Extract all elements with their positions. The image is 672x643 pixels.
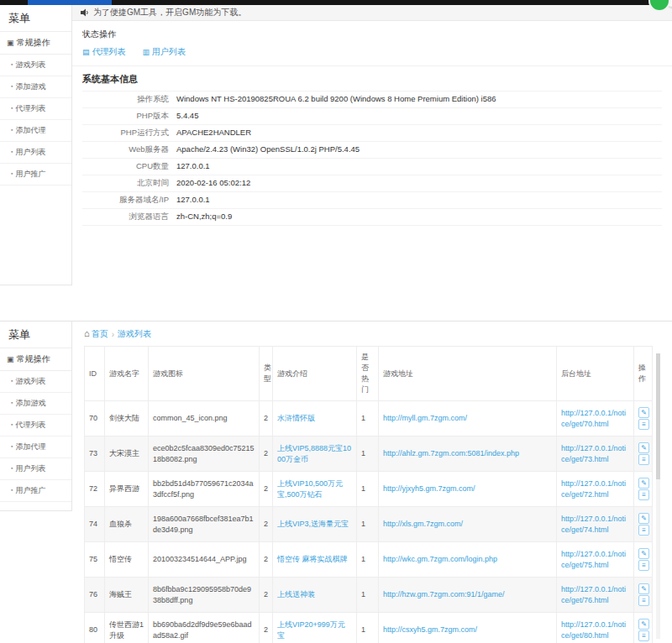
- col-header-type: 类型: [260, 347, 273, 401]
- breadcrumb-home[interactable]: ⌂首页: [84, 328, 108, 340]
- cell-id: 76: [85, 578, 105, 613]
- cell-op: ✎≡: [634, 507, 653, 542]
- kv-value: 5.4.45: [176, 111, 198, 122]
- cell-game-url[interactable]: http://yjxyh5.gm.7zgm.com/: [379, 472, 557, 507]
- gm-notice-bar: 为了便捷GM工具，开启GM功能为下载。: [72, 5, 672, 21]
- cell-name: 悟空传: [105, 542, 149, 578]
- cell-admin-url[interactable]: http://127.0.0.1/notice/get/73.html: [557, 437, 634, 472]
- sidebar-top: 菜单 ▣常规操作 ▪游戏列表 ▪添加游戏 ▪代理列表 ▪添加代理 ▪用户列表 ▪…: [0, 5, 72, 321]
- sysinfo-row-cpu: CPU数量127.0.0.1: [82, 159, 662, 175]
- browser-topbar: [0, 0, 672, 5]
- table-row: 72 异界西游 bb2bd51d4b77059671c2034a3dfccf5f…: [85, 472, 653, 507]
- sidebar-group-general[interactable]: ▣常规操作: [0, 348, 71, 371]
- cell-name: 海贼王: [105, 578, 149, 613]
- edit-icon[interactable]: ✎: [638, 442, 649, 453]
- group-square-icon: ▣: [7, 355, 14, 363]
- cell-type: 2: [260, 401, 273, 437]
- cell-id: 70: [85, 401, 105, 437]
- sidebar-item-add-game[interactable]: ▪添加游戏: [0, 76, 71, 98]
- cell-desc: 悟空传 麻将实战棋牌: [273, 542, 357, 578]
- cell-op: ✎≡: [634, 437, 653, 472]
- cell-hot: 1: [357, 507, 379, 542]
- game-list-section: 菜单 ▣常规操作 ▪游戏列表 ▪添加游戏 ▪代理列表 ▪添加代理 ▪用户列表 ▪…: [0, 321, 672, 643]
- cell-game-url[interactable]: http://xls.gm.7zgm.com/: [379, 507, 557, 542]
- sidebar-item-add-game[interactable]: ▪添加游戏: [0, 393, 71, 415]
- kv-value: APACHE2HANDLER: [176, 128, 251, 139]
- scrollbar-thumb[interactable]: [656, 353, 660, 479]
- sidebar-item-agent-list[interactable]: ▪代理列表: [0, 98, 71, 120]
- sysinfo-row-time: 北京时间2020-02-16 05:02:12: [82, 175, 662, 192]
- sidebar-item-label: 添加代理: [15, 126, 45, 134]
- table-scrollbar[interactable]: [656, 353, 660, 639]
- edit-icon[interactable]: ✎: [638, 407, 649, 418]
- sysinfo-row-php: PHP版本5.4.45: [82, 108, 662, 125]
- table-row: 76 海贼王 8b6fbba9c129095958b70de938b8dff.p…: [85, 578, 653, 613]
- sidebar-item-game-list[interactable]: ▪游戏列表: [0, 371, 71, 393]
- kv-label: PHP运行方式: [82, 128, 176, 139]
- cell-admin-url[interactable]: http://127.0.0.1/notice/get/76.html: [557, 578, 634, 613]
- breadcrumb: ⌂首页 › 游戏列表: [84, 322, 652, 346]
- item-bullet-icon: ▪: [11, 149, 13, 154]
- detail-icon[interactable]: ≡: [638, 419, 649, 430]
- detail-icon[interactable]: ≡: [638, 595, 649, 606]
- breadcrumb-current[interactable]: 游戏列表: [118, 328, 151, 340]
- agent-list-link[interactable]: ▤代理列表: [82, 46, 126, 58]
- kv-value: 127.0.0.1: [176, 195, 210, 206]
- sidebar-item-game-list[interactable]: ▪游戏列表: [0, 55, 71, 76]
- sysinfo-row-ip: 服务器域名/IP127.0.0.1: [82, 192, 662, 209]
- sidebar-item-label: 用户列表: [15, 464, 45, 473]
- sidebar-item-user-list[interactable]: ▪用户列表: [0, 142, 71, 164]
- cell-game-url[interactable]: http://ahlz.gm.7zgm.com:5081/index.php: [379, 437, 557, 472]
- kv-value: Apache/2.4.23 (Win32) OpenSSL/1.0.2j PHP…: [176, 144, 360, 155]
- cell-game-url[interactable]: http://csxyh5.gm.7zgm.com/: [379, 613, 557, 643]
- kv-label: 服务器域名/IP: [82, 195, 176, 206]
- cell-admin-url[interactable]: http://127.0.0.1/notice/get/75.html: [557, 542, 634, 578]
- sidebar-item-add-agent[interactable]: ▪添加代理: [0, 437, 71, 458]
- edit-icon[interactable]: ✎: [638, 619, 649, 630]
- sidebar-item-add-agent[interactable]: ▪添加代理: [0, 120, 71, 142]
- sidebar-item-agent-list[interactable]: ▪代理列表: [0, 415, 71, 437]
- kv-value: 127.0.0.1: [176, 161, 210, 172]
- sidebar-item-label: 用户列表: [15, 148, 45, 156]
- sidebar-item-user-list[interactable]: ▪用户列表: [0, 458, 71, 480]
- system-info-main: 为了便捷GM工具，开启GM功能为下载。 状态操作 ▤代理列表 ▥用户列表 系统基…: [72, 5, 672, 321]
- edit-icon[interactable]: ✎: [638, 478, 649, 489]
- agent-list-link-label: 代理列表: [92, 47, 126, 56]
- cell-desc: 上线VIP20+999万元宝: [273, 613, 357, 643]
- cell-admin-url[interactable]: http://127.0.0.1/notice/get/72.html: [557, 472, 634, 507]
- col-header-icon: 游戏图标: [149, 347, 260, 401]
- edit-icon[interactable]: ✎: [638, 513, 649, 524]
- cell-icon-file: bb2bd51d4b77059671c2034a3dfccf5f.png: [149, 472, 260, 507]
- cell-hot: 1: [357, 578, 379, 613]
- cell-game-url[interactable]: http://wkc.gm.7zgm.com/login.php: [379, 542, 557, 578]
- edit-icon[interactable]: ✎: [638, 548, 649, 559]
- col-header-op: 操作: [634, 347, 653, 401]
- cell-admin-url[interactable]: http://127.0.0.1/notice/get/74.html: [557, 507, 634, 542]
- sidebar-item-label: 用户推广: [15, 170, 45, 178]
- detail-icon[interactable]: ≡: [638, 560, 649, 571]
- cell-desc: 上线VIP5,8888元宝1000万金币: [273, 437, 357, 472]
- sidebar-item-user-promo[interactable]: ▪用户推广: [0, 164, 71, 186]
- cell-name: 剑侠大陆: [105, 401, 149, 437]
- user-list-link[interactable]: ▥用户列表: [143, 46, 186, 58]
- cell-admin-url[interactable]: http://127.0.0.1/notice/get/70.html: [557, 401, 634, 437]
- detail-icon[interactable]: ≡: [638, 454, 649, 465]
- cell-admin-url[interactable]: http://127.0.0.1/notice/get/80.html: [557, 613, 634, 643]
- kv-value: zh-CN,zh;q=0.9: [176, 212, 232, 222]
- user-card-icon: ▥: [143, 48, 150, 56]
- cell-game-url[interactable]: http://hzw.gm.7zgm.com:91/1/game/: [379, 578, 557, 613]
- edit-icon[interactable]: ✎: [638, 583, 649, 594]
- sidebar-group-general[interactable]: ▣常规操作: [0, 31, 71, 55]
- sidebar-item-user-promo[interactable]: ▪用户推广: [0, 480, 71, 502]
- sysinfo-table: 操作系统Windows NT HS-20190825ROUA 6.2 build…: [82, 91, 662, 226]
- detail-icon[interactable]: ≡: [638, 489, 649, 500]
- detail-icon[interactable]: ≡: [638, 630, 649, 641]
- status-title: 状态操作: [82, 29, 662, 40]
- cell-game-url[interactable]: http://myll.gm.7zgm.com/: [379, 401, 557, 437]
- detail-icon[interactable]: ≡: [638, 525, 649, 536]
- cell-id: 73: [85, 437, 105, 472]
- col-header-name: 游戏名字: [105, 347, 149, 401]
- item-bullet-icon: ▪: [11, 127, 13, 133]
- kv-label: 操作系统: [82, 94, 176, 105]
- speaker-icon: [81, 8, 89, 17]
